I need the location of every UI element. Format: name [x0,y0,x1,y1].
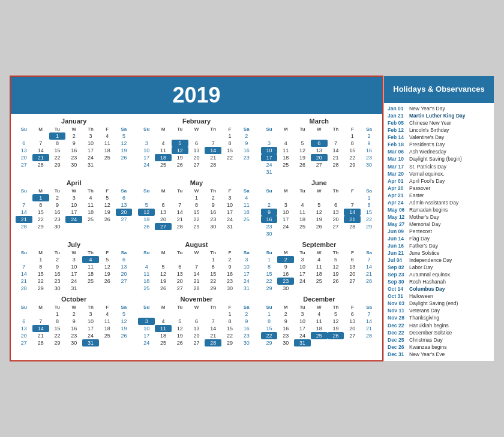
holiday-name: Christmas Day [409,337,443,343]
day-cell: 23 [238,154,255,161]
day-cell: 27 [116,216,133,223]
day-cell: 8 [261,263,278,270]
day-cell: 27 [172,285,188,292]
day-cell: 29 [205,285,221,292]
day-header: W [65,249,82,256]
holiday-name: Vernal equinox. [409,171,445,177]
day-cell: 16 [261,216,278,223]
day-header: Su [138,188,155,194]
holiday-item: Sep 23Autumnal equinox. [388,272,490,278]
day-header: Th [328,188,344,194]
day-cell: 19 [116,325,133,332]
day-cell: 26 [99,278,116,285]
day-header: M [277,188,294,194]
holiday-name: June Solstice [409,250,440,257]
day-cell: 28 [16,285,32,292]
day-cell: 24 [294,332,311,339]
holiday-date: May 06 [388,207,407,213]
days-grid: 1234567891011121314151617181920212223242… [138,256,254,292]
holiday-date: Mar 20 [388,171,407,177]
day-cell: 30 [65,161,82,168]
day-cell: 31 [294,339,311,346]
day-cell-empty [294,194,311,201]
day-cell: 4 [82,194,99,201]
day-cell: 14 [205,147,221,154]
day-cell: 1 [205,256,221,263]
day-cell: 21 [32,332,49,339]
holiday-item: Dec 25Christmas Day [388,337,490,343]
holiday-item: Nov 28Thanksgiving [388,315,490,321]
day-header: Sa [116,249,133,256]
day-cell: 22 [32,216,49,223]
day-cell: 17 [82,147,99,154]
day-cell: 24 [294,278,311,285]
day-cell: 8 [32,201,49,209]
day-cell: 17 [294,325,311,332]
day-cell: 20 [311,154,328,161]
day-header: Sa [238,188,255,194]
day-header: Th [82,304,99,311]
day-cell: 27 [188,161,205,168]
day-cell: 6 [16,318,32,325]
holiday-item: Dec 22Hanukkah begins [388,323,490,329]
day-cell: 17 [294,270,311,278]
holiday-name: Mother's Day [409,214,439,221]
day-cell: 9 [277,318,294,325]
day-header: M [277,249,294,256]
day-cell: 24 [238,278,255,285]
holiday-name: Rosh Hashanah [409,279,446,285]
day-header: M [277,126,294,132]
holiday-date: Jan 21 [388,113,407,119]
holiday-name: Memorial Day [409,221,440,228]
day-cell: 3 [65,194,82,201]
day-cell: 24 [65,216,82,223]
days-grid: 1234567891011121314151617181920212223242… [261,132,377,176]
day-cell: 6 [116,256,133,263]
day-cell: 17 [221,209,238,216]
day-cell: 29 [32,223,49,230]
day-header: Th [82,126,99,132]
day-cell: 7 [205,318,221,325]
day-cell: 23 [65,154,82,161]
day-cell: 11 [138,270,155,278]
days-grid: 1234567891011121314151617181920212223242… [261,194,377,237]
day-cell: 15 [32,209,49,216]
month-block: MaySuMTuWThFSa12345678910111213141516171… [136,178,257,239]
day-cell: 18 [82,270,99,278]
day-cell: 17 [138,154,155,161]
day-cell: 16 [65,325,82,332]
holiday-item: May 12Mother's Day [388,214,490,221]
holiday-item: Apr 20Passover [388,185,490,192]
holiday-name: Ramadan begins [409,207,448,213]
holiday-date: Dec 22 [388,323,407,329]
day-cell: 15 [344,147,361,154]
days-grid: 1234567891011121314151617181920212223242… [16,194,132,230]
day-cell: 15 [32,270,49,278]
days-grid: 1234567891011121314151617181920212223242… [138,311,254,346]
month-block: SeptemberSuMTuWThFSa12345678910111213141… [259,240,380,293]
day-cell: 30 [205,223,221,230]
day-cell: 11 [294,209,311,216]
holiday-date: Feb 05 [388,120,407,126]
day-cell: 2 [49,256,66,263]
day-cell: 2 [238,311,255,318]
day-cell-empty [328,132,344,140]
month-title: August [138,241,254,248]
day-cell: 24 [261,161,278,168]
day-cell: 14 [361,318,377,325]
day-cell: 9 [49,263,66,270]
day-cell-empty [277,132,294,140]
day-cell: 8 [205,263,221,270]
day-cell: 27 [344,332,361,339]
day-cell: 4 [155,140,172,147]
holiday-date: Mar 10 [388,156,407,162]
day-cell: 28 [188,285,205,292]
day-header: W [311,188,328,194]
month-title: February [138,117,254,125]
day-cell: 15 [261,325,278,332]
month-block: MarchSuMTuWThFSa123456789101112131415161… [259,116,380,177]
day-cell: 2 [205,194,221,201]
day-cell: 5 [172,318,188,325]
month-block: NovemberSuMTuWThFSa123456789101112131415… [136,294,257,348]
day-header: Tu [294,304,311,311]
